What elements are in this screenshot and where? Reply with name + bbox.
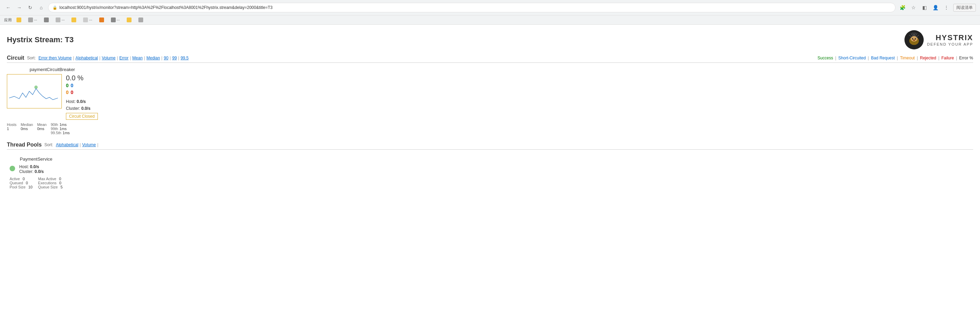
svg-point-13 bbox=[915, 38, 916, 39]
tp-sort-volume[interactable]: Volume bbox=[82, 143, 96, 147]
p995-value: 1ms bbox=[62, 131, 70, 135]
circuit-body: 0.0 % 0 0 0 0 Host: 0.0/s Cluster: 0.0/s bbox=[7, 74, 98, 120]
circuit-closed-button[interactable]: Circuit Closed bbox=[66, 113, 98, 120]
sort-mean[interactable]: Mean bbox=[132, 55, 143, 60]
circuit-section-title: Circuit bbox=[7, 55, 24, 61]
tp-metrics-left: Active 0 Queued 0 Pool Size 10 bbox=[10, 177, 33, 189]
p99-label: 99th bbox=[51, 127, 58, 131]
svg-point-12 bbox=[913, 38, 913, 39]
circuit-rate: 0.0 % bbox=[66, 74, 98, 82]
legend-bad-request: Bad Request bbox=[871, 55, 894, 60]
median-label: Median bbox=[21, 122, 33, 127]
address-bar[interactable]: 🔒 localhost:9001/hystrix/monitor?stream=… bbox=[48, 3, 896, 13]
thread-pool-section-title: Thread Pools bbox=[7, 142, 41, 148]
circuit-chart bbox=[7, 74, 62, 108]
bookmark-1[interactable] bbox=[14, 17, 23, 23]
back-button[interactable]: ← bbox=[4, 3, 12, 12]
tp-queued-label: Queued bbox=[10, 181, 23, 185]
p90-value: 1ms bbox=[59, 122, 67, 127]
tp-active-value: 0 bbox=[23, 177, 25, 181]
circuit-cluster: Cluster: 0.0/s bbox=[66, 106, 98, 111]
bookmark-4[interactable]: ··· bbox=[54, 17, 67, 23]
stat-timeout: 0 bbox=[66, 90, 69, 95]
apps-label: 应用 bbox=[4, 17, 12, 23]
circuit-mean-metric: Mean 0ms bbox=[37, 122, 47, 135]
thread-pool-host-stats: Host: 0.0/s Cluster: 0.0/s bbox=[19, 164, 44, 174]
bookmark-button[interactable]: ☆ bbox=[909, 3, 918, 12]
circuit-sort-links: Error then Volume | Alphabetical | Volum… bbox=[38, 55, 189, 60]
tp-queue-size-label: Queue Size bbox=[38, 185, 58, 189]
tp-queue-size: Queue Size 5 bbox=[38, 185, 63, 189]
legend-short-circuited: Short-Circuited bbox=[838, 55, 865, 60]
tp-max-active-label: Max Active bbox=[38, 177, 56, 181]
circuit-chart-svg bbox=[7, 75, 62, 108]
reading-mode-button[interactable]: 阅读清单 bbox=[953, 4, 976, 12]
circuit-bottom-metrics: Hosts 1 Median 0ms Mean 0ms 90th 1ms bbox=[7, 122, 98, 135]
sidebar-button[interactable]: ◧ bbox=[920, 3, 929, 12]
stat-success: 0 bbox=[66, 83, 69, 88]
tp-pool-size-label: Pool Size bbox=[10, 185, 25, 189]
legend-rejected: Rejected bbox=[920, 55, 936, 60]
tp-host: Host: 0.0/s bbox=[19, 164, 44, 169]
thread-pool-sort-label: Sort: bbox=[44, 143, 53, 147]
home-button[interactable]: ⌂ bbox=[37, 3, 45, 12]
tp-queued-value: 0 bbox=[26, 181, 28, 185]
circuit-sort-label: Sort: bbox=[27, 55, 36, 60]
thread-pool-name: PaymentService bbox=[10, 157, 62, 162]
bookmark-8[interactable]: ··· bbox=[109, 17, 122, 23]
browser-toolbar: ← → ↻ ⌂ 🔒 localhost:9001/hystrix/monitor… bbox=[0, 0, 980, 15]
reload-button[interactable]: ↻ bbox=[26, 3, 34, 12]
p995-label: 99.5th bbox=[51, 131, 62, 135]
tp-executions-label: Executions bbox=[38, 181, 57, 185]
hosts-value: 1 bbox=[7, 127, 16, 131]
circuit-median-metric: Median 0ms bbox=[21, 122, 33, 135]
mean-label: Mean bbox=[37, 122, 47, 127]
bookmark-3[interactable] bbox=[42, 17, 51, 23]
sort-p90[interactable]: 90 bbox=[164, 55, 168, 60]
p99-value: 1ms bbox=[59, 127, 67, 131]
circuit-cards-container: paymentCircuitBreaker 0.0 % 0 bbox=[7, 67, 973, 135]
extensions-button[interactable]: 🧩 bbox=[898, 3, 907, 12]
bookmark-6[interactable]: ··· bbox=[81, 17, 94, 23]
thread-pool-sort-links: Alphabetical | Volume | bbox=[56, 143, 99, 147]
bookmarks-bar: 应用 ··· ··· ··· ··· bbox=[0, 15, 980, 24]
forward-button[interactable]: → bbox=[15, 3, 23, 12]
sort-p995[interactable]: 99.5 bbox=[181, 55, 189, 60]
bookmark-2[interactable]: ··· bbox=[26, 17, 39, 23]
thread-pool-metrics: Active 0 Queued 0 Pool Size 10 Max Activ… bbox=[10, 177, 62, 189]
circuit-hosts-metric: Hosts 1 bbox=[7, 122, 16, 135]
circuit-section-header: Circuit Sort: Error then Volume | Alphab… bbox=[7, 55, 973, 63]
sort-error-volume[interactable]: Error then Volume bbox=[38, 55, 72, 60]
bookmark-10[interactable] bbox=[136, 17, 145, 23]
menu-button[interactable]: ⋮ bbox=[942, 3, 950, 12]
tp-pool-size-value: 10 bbox=[28, 185, 32, 189]
sort-error[interactable]: Error bbox=[119, 55, 129, 60]
tp-cluster: Cluster: 0.0/s bbox=[19, 169, 44, 174]
bookmark-5[interactable] bbox=[69, 17, 78, 23]
bookmark-9[interactable] bbox=[125, 17, 134, 23]
hystrix-logo-icon bbox=[904, 30, 924, 49]
hystrix-logo: HYSTRIX DEFEND YOUR APP bbox=[904, 30, 973, 49]
circuit-card: paymentCircuitBreaker 0.0 % 0 bbox=[7, 67, 98, 135]
tp-active-label: Active bbox=[10, 177, 20, 181]
tp-executions: Executions 0 bbox=[38, 181, 63, 185]
profile-button[interactable]: 👤 bbox=[931, 3, 939, 12]
sort-volume[interactable]: Volume bbox=[102, 55, 115, 60]
circuit-stats: 0.0 % 0 0 0 0 Host: 0.0/s Cluster: 0.0/s bbox=[66, 74, 98, 120]
hystrix-title: HYSTRIX bbox=[927, 33, 973, 42]
legend-failure: Failure bbox=[942, 55, 954, 60]
svg-point-11 bbox=[915, 38, 916, 40]
hystrix-logo-text: HYSTRIX DEFEND YOUR APP bbox=[927, 33, 973, 46]
legend-timeout: Timeout bbox=[900, 55, 915, 60]
tp-max-active-value: 0 bbox=[59, 177, 61, 181]
sort-alphabetical[interactable]: Alphabetical bbox=[76, 55, 98, 60]
url-text: localhost:9001/hystrix/monitor?stream=ht… bbox=[59, 5, 273, 10]
sort-p99[interactable]: 99 bbox=[172, 55, 177, 60]
tp-sort-alphabetical[interactable]: Alphabetical bbox=[56, 143, 78, 147]
stat-short-circuit: 0 bbox=[71, 83, 73, 88]
circuit-legend: Success | Short-Circuited | Bad Request … bbox=[818, 55, 973, 60]
page-content: Hystrix Stream: T3 bbox=[0, 25, 980, 197]
svg-point-10 bbox=[912, 38, 913, 40]
sort-median[interactable]: Median bbox=[146, 55, 160, 60]
bookmark-7[interactable] bbox=[97, 17, 106, 23]
